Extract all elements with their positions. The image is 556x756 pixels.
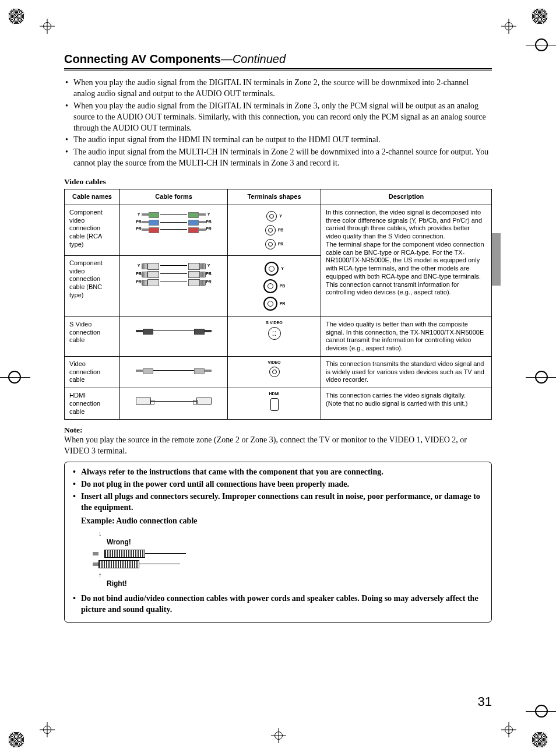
- rca-jack-icon: [265, 239, 276, 249]
- cable-description: This connection transmits the standard v…: [321, 356, 492, 388]
- th-terminal-shapes: Terminals shapes: [228, 189, 321, 205]
- hdmi-plug-icon: [136, 398, 151, 405]
- connection-example-diagram: ↓ Wrong! ↑ Right!: [93, 529, 484, 589]
- terminal-shape-diagram: Y PB PR: [228, 205, 321, 255]
- cable-form-diagram: YY PBPB PRPR: [120, 255, 228, 317]
- bnc-plug-icon: [142, 271, 159, 277]
- bnc-jack-icon: [265, 262, 279, 276]
- cable-form-diagram: [120, 317, 228, 356]
- page-heading: Connecting AV Components—Continued: [64, 52, 492, 69]
- advice-bullet: Always refer to the instructions that ca…: [72, 467, 484, 478]
- cable-description: This connection carries the video signal…: [321, 388, 492, 420]
- table-row: Video connection cable VIDEO This connec…: [65, 356, 492, 388]
- bnc-plug-icon: [142, 279, 159, 285]
- advice-bullet: Insert all plugs and connectors securely…: [72, 491, 484, 514]
- cable-name: Component video connection cable (RCA ty…: [65, 205, 120, 255]
- side-tab: [492, 233, 501, 286]
- rca-jack-icon: [265, 225, 276, 235]
- right-label: Right!: [107, 579, 484, 588]
- terminal-shape-diagram: Y PB PR: [228, 255, 321, 317]
- hdmi-plug-icon: [196, 398, 212, 405]
- svideo-plug-icon: [136, 329, 153, 333]
- heading-title: Connecting AV Components: [64, 52, 221, 65]
- rca-jack-icon: [266, 211, 277, 221]
- rca-plug-icon: [194, 368, 212, 373]
- intro-bullet: When you play the audio signal from the …: [64, 78, 492, 100]
- terminal-shape-diagram: S VIDEO: [228, 317, 321, 356]
- advice-box: Always refer to the instructions that ca…: [64, 462, 492, 623]
- cable-name: S Video connection cable: [65, 317, 120, 356]
- page: Connecting AV Components—Continued When …: [0, 0, 556, 756]
- page-number: 31: [478, 694, 492, 709]
- terminal-shape-diagram: HDMI: [228, 388, 321, 420]
- bnc-jack-icon: [263, 297, 277, 311]
- bnc-plug-icon: [142, 263, 159, 269]
- bnc-plug-icon: [188, 279, 206, 285]
- cable-description: In this connection, the video signal is …: [321, 205, 492, 317]
- example-label: Example: Audio connection cable: [81, 516, 484, 527]
- th-cable-names: Cable names: [65, 189, 120, 205]
- note-label: Note:: [64, 426, 492, 435]
- cable-name: Component video connection cable (BNC ty…: [65, 255, 120, 317]
- cable-form-diagram: [120, 388, 228, 420]
- table-row: HDMI connection cable HDMI This connecti…: [65, 388, 492, 420]
- intro-bullets: When you play the audio signal from the …: [64, 78, 492, 169]
- bnc-plug-icon: [188, 271, 206, 277]
- table-row: S Video connection cable S VIDEO The vid…: [65, 317, 492, 356]
- note-text: When you play the source in the remote z…: [64, 435, 492, 457]
- rca-plug-icon: [142, 220, 159, 224]
- rca-plug-icon: [142, 212, 159, 217]
- cable-name: Video connection cable: [65, 356, 120, 388]
- hdmi-jack-icon: [270, 398, 279, 411]
- bnc-plug-icon: [188, 263, 206, 269]
- advice-bullet: Do not bind audio/video connection cable…: [72, 593, 484, 616]
- rca-plug-icon: [136, 368, 153, 373]
- rca-plug-icon: [188, 227, 206, 232]
- rca-plug-icon: [188, 212, 206, 217]
- cable-name: HDMI connection cable: [65, 388, 120, 420]
- video-cables-table: Cable names Cable forms Terminals shapes…: [64, 189, 492, 420]
- intro-bullet: The audio input signal from the MULTI-CH…: [64, 147, 492, 169]
- cable-description: The video quality is better than with th…: [321, 317, 492, 356]
- advice-bullet: Do not plug in the power cord until all …: [72, 479, 484, 490]
- rca-jack-icon: [269, 367, 280, 377]
- table-row: Component video connection cable (RCA ty…: [65, 205, 492, 255]
- svideo-jack-icon: [268, 327, 281, 340]
- bnc-jack-icon: [263, 279, 277, 293]
- rca-plug-icon: [142, 227, 159, 232]
- th-cable-forms: Cable forms: [120, 189, 228, 205]
- wrong-label: Wrong!: [107, 537, 484, 547]
- cable-form-diagram: [120, 356, 228, 388]
- terminal-shape-diagram: VIDEO: [228, 356, 321, 388]
- heading-continued: —Continued: [221, 52, 286, 65]
- svideo-plug-icon: [194, 329, 212, 333]
- intro-bullet: When you play the audio signal from the …: [64, 101, 492, 134]
- cable-form-diagram: YY PBPB PRPR: [120, 205, 228, 255]
- intro-bullet: The audio input signal from the HDMI IN …: [64, 135, 492, 146]
- section-title: Video cables: [64, 177, 492, 187]
- rca-plug-icon: [188, 220, 206, 224]
- th-description: Description: [321, 189, 492, 205]
